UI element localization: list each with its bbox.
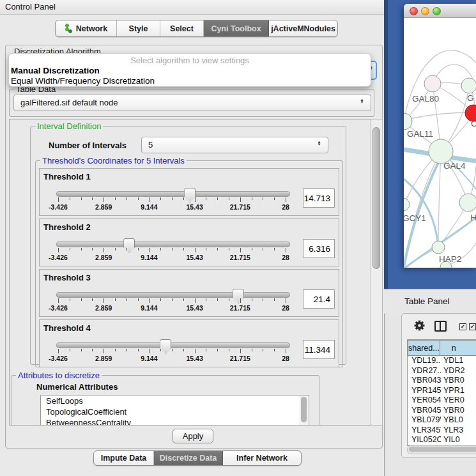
settings-vertical-scrollbar[interactable]	[371, 119, 383, 426]
threshold-1-slider-track[interactable]	[56, 191, 290, 197]
node-attribute-table[interactable]: shared...n YDL19...YDL1YDR27...YDR2YBR04…	[407, 339, 476, 446]
slider-tick-label: -3.426	[43, 254, 73, 261]
table-row[interactable]: YLR345WYLR3	[408, 426, 476, 436]
table-horizontal-scrollbar[interactable]	[407, 445, 476, 454]
table-row[interactable]: YBL079WYBL0	[408, 415, 476, 426]
slider-tick	[138, 248, 139, 250]
table-row[interactable]: YBR043CYBR0	[408, 376, 476, 386]
mac-minimize-button[interactable]	[421, 7, 429, 15]
threshold-panels: Threshold 1 14.713 -3.4262.8599.14415.43…	[35, 160, 342, 366]
slider-tick	[229, 298, 229, 301]
mac-close-button[interactable]	[410, 7, 418, 15]
threshold-2-slider-handle[interactable]	[123, 238, 135, 253]
apply-button[interactable]: Apply	[173, 429, 213, 443]
up-down-arrows-icon: ▲▼	[359, 98, 365, 104]
slider-tick	[274, 197, 275, 200]
menu-item-equal-width-frequency[interactable]: Equal Width/Frequency Discretization	[11, 76, 155, 86]
checked-box-icon[interactable]: ✓	[459, 323, 466, 330]
tab-cyni-toolbox[interactable]: Cyni Toolbox	[204, 20, 269, 36]
slider-tick	[286, 197, 286, 202]
threshold-1-value-field[interactable]: 14.713	[303, 188, 335, 208]
slider-tick	[183, 248, 184, 250]
slider-tick-label: 9.144	[134, 304, 164, 312]
threshold-3-label: Threshold 3	[43, 273, 91, 282]
attribute-list-item[interactable]: BetweennessCentrality	[41, 417, 309, 426]
network-node[interactable]	[404, 198, 410, 211]
threshold-3-slider-track[interactable]	[56, 292, 290, 298]
slider-tick	[115, 248, 116, 250]
checked-box-icon[interactable]: ✓	[469, 323, 476, 330]
threshold-4-slider-handle[interactable]	[160, 339, 171, 354]
table-cell: YDR27...	[408, 366, 441, 376]
slider-tick	[149, 197, 150, 202]
split-columns-icon[interactable]	[434, 321, 447, 332]
threshold-2-slider-track[interactable]	[56, 242, 290, 247]
slider-tick	[252, 298, 252, 301]
table-row[interactable]: YPR145WYPR1	[408, 386, 476, 396]
network-node-label: GAL80	[412, 94, 439, 104]
network-canvas[interactable]: GAL80GCGAL11GAL4GCY1HHAP2	[404, 18, 476, 268]
table-cell: YBR045C	[408, 406, 441, 416]
table-column-header[interactable]: shared...	[408, 340, 440, 356]
table-body: YDL19...YDL1YDR27...YDR2YBR043CYBR0YPR14…	[408, 356, 476, 445]
slider-tick	[92, 248, 93, 250]
network-window-titlebar[interactable]	[404, 4, 476, 18]
table-row[interactable]: YIL052CYIL0	[408, 435, 476, 445]
slider-tick	[217, 197, 218, 200]
slider-tick	[58, 248, 59, 252]
network-node[interactable]	[461, 78, 476, 93]
slider-tick	[286, 349, 286, 353]
attribute-list-item[interactable]: SelfLoops	[41, 395, 309, 406]
threshold-4-panel: Threshold 4 11.344 -3.4262.8599.14415.43…	[39, 319, 339, 367]
attributes-list-scrollbar[interactable]	[300, 396, 308, 426]
tab-impute-data[interactable]: Impute Data	[94, 451, 154, 465]
table-row[interactable]: YDL19...YDL1	[408, 356, 476, 366]
numerical-attributes-list[interactable]: SelfLoopsTopologicalCoefficientBetweenne…	[40, 395, 309, 426]
network-node[interactable]	[459, 194, 476, 211]
gear-icon[interactable]	[413, 319, 426, 332]
menu-item-manual-discretization[interactable]: Manual Discretization	[11, 66, 100, 75]
network-node[interactable]	[432, 241, 445, 254]
table-column-header[interactable]: n	[440, 340, 476, 356]
tab-infer-network[interactable]: Infer Network	[223, 451, 301, 465]
slider-tick-label: 9.144	[134, 203, 164, 211]
tab-style[interactable]: Style	[117, 20, 160, 36]
network-node-label: G	[467, 93, 474, 103]
table-row[interactable]: YER054CYER0	[408, 395, 476, 406]
tab-select[interactable]: Select	[160, 20, 204, 36]
number-of-intervals-combobox[interactable]: 5 ▲▼	[141, 137, 328, 153]
tab-jactivemnodules[interactable]: jActiveMNodules	[269, 20, 337, 36]
attribute-list-item[interactable]: TopologicalCoefficient	[41, 406, 309, 417]
attributes-group-label: Attributes to discretize	[16, 371, 102, 380]
slider-tick	[206, 248, 206, 250]
slider-tick	[104, 197, 104, 202]
threshold-4-slider-track[interactable]	[56, 342, 290, 348]
tab-discretize-data[interactable]: Discretize Data	[154, 451, 223, 465]
slider-tick	[252, 197, 252, 200]
table-row[interactable]: YBR045CYBR0	[408, 406, 476, 416]
slider-tick-label: 2.859	[89, 304, 118, 312]
network-node[interactable]	[424, 75, 441, 92]
slider-tick	[206, 197, 206, 200]
scrollbar-thumb[interactable]	[372, 127, 380, 269]
threshold-3-slider-handle[interactable]	[233, 289, 244, 303]
slider-tick	[115, 197, 116, 200]
slider-tick	[149, 298, 150, 303]
numerical-attributes-heading: Numerical Attributes	[36, 382, 118, 392]
threshold-3-value-field[interactable]: 21.4	[303, 289, 335, 309]
table-row[interactable]: YDR27...YDR2	[408, 366, 476, 376]
network-node[interactable]	[429, 139, 453, 164]
slider-tick	[160, 248, 161, 250]
threshold-3-panel: Threshold 3 21.4 -3.4262.8599.14415.4321…	[39, 269, 339, 317]
threshold-1-label: Threshold 1	[43, 172, 91, 181]
slider-tick	[70, 349, 70, 351]
slider-tick	[286, 298, 286, 303]
tab-network[interactable]: Network	[56, 20, 117, 36]
threshold-1-panel: Threshold 1 14.713 -3.4262.8599.14415.43…	[39, 168, 339, 216]
threshold-2-value-field[interactable]: 6.316	[303, 239, 335, 258]
mac-zoom-button[interactable]	[433, 7, 441, 15]
threshold-4-value-field[interactable]: 11.344	[303, 340, 335, 359]
slider-tick	[172, 248, 173, 250]
table-data-combobox[interactable]: galFiltered.sif default node ▲▼	[13, 95, 371, 111]
slider-tick	[229, 248, 229, 250]
